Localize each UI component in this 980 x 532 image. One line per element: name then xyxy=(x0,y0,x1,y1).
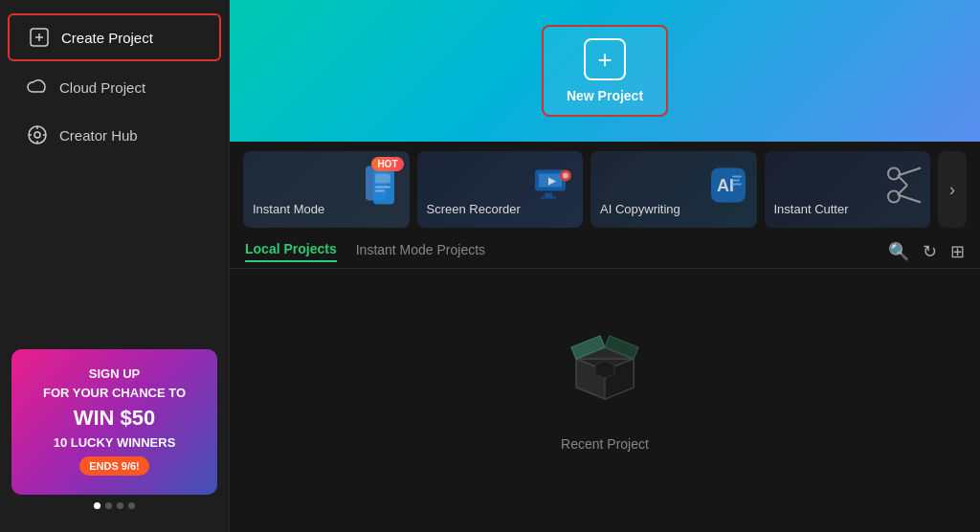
svg-rect-12 xyxy=(375,187,390,188)
svg-point-27 xyxy=(888,168,900,180)
svg-rect-17 xyxy=(545,193,552,197)
svg-line-28 xyxy=(898,168,921,176)
dot-3[interactable] xyxy=(117,502,123,509)
svg-marker-37 xyxy=(595,361,614,378)
promo-banner[interactable]: SIGN UP FOR YOUR CHANCE TO WIN $50 10 LU… xyxy=(11,349,217,495)
tool-card-screen-recorder[interactable]: Screen Recorder xyxy=(417,151,584,228)
svg-rect-13 xyxy=(375,190,385,192)
sidebar-item-create-project-label: Create Project xyxy=(61,30,153,46)
cloud-icon xyxy=(27,77,48,98)
svg-point-26 xyxy=(888,191,900,203)
svg-line-31 xyxy=(898,186,907,195)
refresh-icon[interactable]: ↻ xyxy=(923,241,937,262)
svg-point-20 xyxy=(563,173,568,179)
tool-label-instant-cutter: Instant Cutter xyxy=(774,202,922,216)
svg-point-4 xyxy=(34,132,40,138)
sidebar-bottom: SIGN UP FOR YOUR CHANCE TO WIN $50 10 LU… xyxy=(0,338,229,521)
promo-win: WIN $50 xyxy=(27,402,202,433)
tool-card-instant-cutter[interactable]: Instant Cutter xyxy=(765,151,931,228)
svg-rect-23 xyxy=(732,176,742,178)
svg-text:AI: AI xyxy=(717,176,734,195)
dot-1[interactable] xyxy=(94,502,100,509)
tools-row: HOT Instant Mode xyxy=(230,142,980,228)
svg-rect-24 xyxy=(732,180,740,182)
sidebar-item-creator-hub-label: Creator Hub xyxy=(59,127,138,144)
tool-card-ai-copywriting[interactable]: AI AI Copywriting xyxy=(590,151,757,228)
create-project-icon xyxy=(29,27,50,48)
promo-line2: FOR YOUR CHANCE TO xyxy=(27,384,202,403)
promo-dots xyxy=(11,502,217,509)
hot-badge: HOT xyxy=(371,157,403,171)
tools-more-button[interactable]: › xyxy=(938,151,967,228)
svg-rect-25 xyxy=(732,184,742,186)
dot-2[interactable] xyxy=(105,502,112,509)
sidebar: Create Project Cloud Project Creator Hub… xyxy=(0,0,230,532)
empty-state: Recent Project xyxy=(230,269,980,532)
new-project-plus-icon: + xyxy=(584,38,626,80)
empty-box-icon xyxy=(562,321,648,425)
promo-line3: 10 LUCKY WINNERS xyxy=(27,433,202,453)
svg-rect-11 xyxy=(375,174,390,184)
new-project-button[interactable]: + New Project xyxy=(542,25,668,117)
layout-icon[interactable]: ⊞ xyxy=(950,241,965,262)
tool-label-instant-mode: Instant Mode xyxy=(253,202,400,216)
sidebar-item-create-project[interactable]: Create Project xyxy=(8,13,221,61)
tabs-icons: 🔍 ↻ ⊞ xyxy=(888,241,965,262)
promo-badge: ENDS 9/6! xyxy=(79,456,149,477)
tabs-row: Local Projects Instant Mode Projects 🔍 ↻… xyxy=(230,228,980,269)
tool-card-instant-mode[interactable]: HOT Instant Mode xyxy=(243,151,410,228)
dot-4[interactable] xyxy=(128,502,135,509)
new-project-label: New Project xyxy=(567,88,643,103)
promo-line1: SIGN UP xyxy=(27,365,202,384)
creator-hub-icon xyxy=(27,124,48,145)
sidebar-item-cloud-project[interactable]: Cloud Project xyxy=(8,65,221,109)
tab-local-projects[interactable]: Local Projects xyxy=(245,241,337,262)
tool-label-ai-copywriting: AI Copywriting xyxy=(600,202,747,216)
empty-label: Recent Project xyxy=(561,436,649,452)
tab-instant-mode-projects[interactable]: Instant Mode Projects xyxy=(356,242,485,261)
hero-section: + New Project xyxy=(230,0,980,142)
main-content: + New Project HOT Instant Mode xyxy=(230,0,980,532)
tool-label-screen-recorder: Screen Recorder xyxy=(427,202,574,216)
sidebar-item-creator-hub[interactable]: Creator Hub xyxy=(8,113,221,157)
sidebar-item-cloud-project-label: Cloud Project xyxy=(59,79,145,96)
svg-line-30 xyxy=(898,176,907,186)
search-icon[interactable]: 🔍 xyxy=(888,241,909,262)
svg-rect-18 xyxy=(541,197,556,199)
